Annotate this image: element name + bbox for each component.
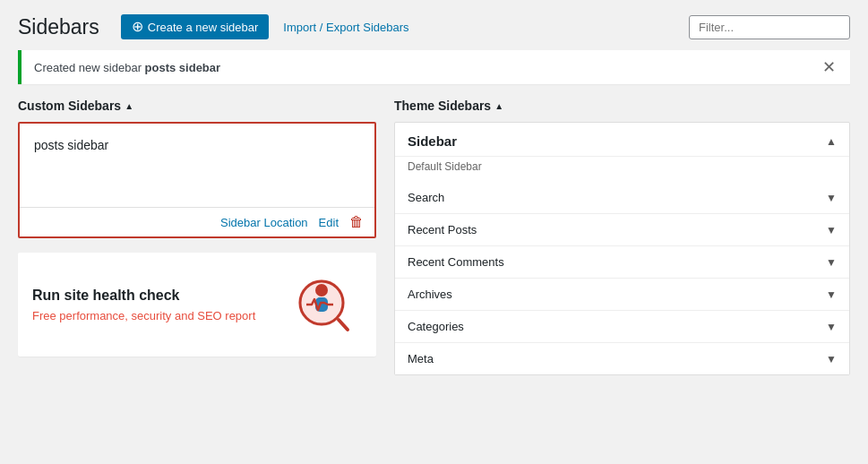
create-button-label: Create a new sidebar [148,21,259,34]
widget-list: Search ▼ Recent Posts ▼ Recent Comments … [395,182,849,374]
widget-item[interactable]: Categories ▼ [395,311,849,343]
health-card-text: Run site health check Free performance, … [32,288,281,322]
theme-sidebar-collapse-icon[interactable]: ▲ [826,135,837,148]
widget-item-label: Categories [408,320,464,333]
widget-expand-icon: ▼ [826,321,837,333]
widget-item-label: Search [408,191,444,204]
plus-icon: ⊕ [132,20,143,34]
widget-item[interactable]: Meta ▼ [395,343,849,374]
theme-sidebar-header: Sidebar ▲ [395,123,849,157]
widget-item[interactable]: Recent Posts ▼ [395,214,849,246]
notification-close-button[interactable]: ✕ [821,59,838,75]
sidebar-edit-button[interactable]: Edit [319,216,339,229]
widget-item-label: Meta [408,352,434,365]
widget-item[interactable]: Archives ▼ [395,279,849,311]
widget-expand-icon: ▼ [826,256,837,269]
notification-bar: Created new sidebar posts sidebar ✕ [18,50,850,84]
sidebar-card-actions: Sidebar Location Edit 🗑 [20,207,374,236]
widget-item-label: Recent Comments [408,255,504,269]
widget-item[interactable]: Recent Comments ▼ [395,246,849,279]
sidebar-delete-button[interactable]: 🗑 [349,215,364,229]
theme-sidebar-name: Sidebar [408,133,457,149]
trash-icon: 🗑 [349,214,364,229]
widget-item[interactable]: Search ▼ [395,182,849,214]
page-title: Sidebars [18,15,99,39]
sidebar-card-name: posts sidebar [34,138,360,152]
notification-sidebar-name: posts sidebar [145,61,221,74]
health-check-description: Free performance, security and SEO repor… [32,309,281,322]
theme-sidebar-box: Sidebar ▲ Default Sidebar Search ▼ Recen… [394,122,850,375]
custom-sidebars-title: Custom Sidebars ▲ [18,99,376,113]
notification-prefix: Created new sidebar [34,61,145,74]
left-panel: Custom Sidebars ▲ posts sidebar Sidebar … [18,99,376,357]
custom-sidebars-label: Custom Sidebars [18,99,121,113]
create-sidebar-button[interactable]: ⊕ Create a new sidebar [121,14,270,39]
notification-text: Created new sidebar posts sidebar [34,61,220,74]
custom-sidebar-card: posts sidebar Sidebar Location Edit 🗑 [18,122,376,238]
widget-expand-icon: ▼ [826,192,837,204]
widget-item-label: Archives [408,288,452,301]
health-check-illustration [290,269,362,340]
theme-sidebars-title: Theme Sidebars ▲ [394,99,850,113]
right-panel: Theme Sidebars ▲ Sidebar ▲ Default Sideb… [394,99,850,375]
custom-sidebars-arrow: ▲ [125,101,133,111]
header-left: Sidebars ⊕ Create a new sidebar Import /… [18,14,409,39]
page-header: Sidebars ⊕ Create a new sidebar Import /… [18,14,850,39]
svg-point-2 [315,284,328,296]
sidebar-card-content: posts sidebar [20,124,374,207]
health-check-title: Run site health check [32,288,281,304]
theme-sidebars-label: Theme Sidebars [394,99,491,113]
theme-sidebar-subtitle: Default Sidebar [395,157,849,182]
sidebar-location-button[interactable]: Sidebar Location [220,216,308,229]
svg-line-4 [339,320,348,330]
widget-expand-icon: ▼ [826,224,837,236]
filter-input[interactable] [689,15,850,39]
filter-wrapper [689,15,850,39]
health-check-card: Run site health check Free performance, … [18,253,376,357]
main-layout: Custom Sidebars ▲ posts sidebar Sidebar … [18,99,850,375]
theme-sidebars-arrow: ▲ [494,101,503,111]
widget-expand-icon: ▼ [826,353,837,365]
import-export-link[interactable]: Import / Export Sidebars [283,21,408,34]
widget-item-label: Recent Posts [408,223,477,236]
widget-expand-icon: ▼ [826,288,837,301]
